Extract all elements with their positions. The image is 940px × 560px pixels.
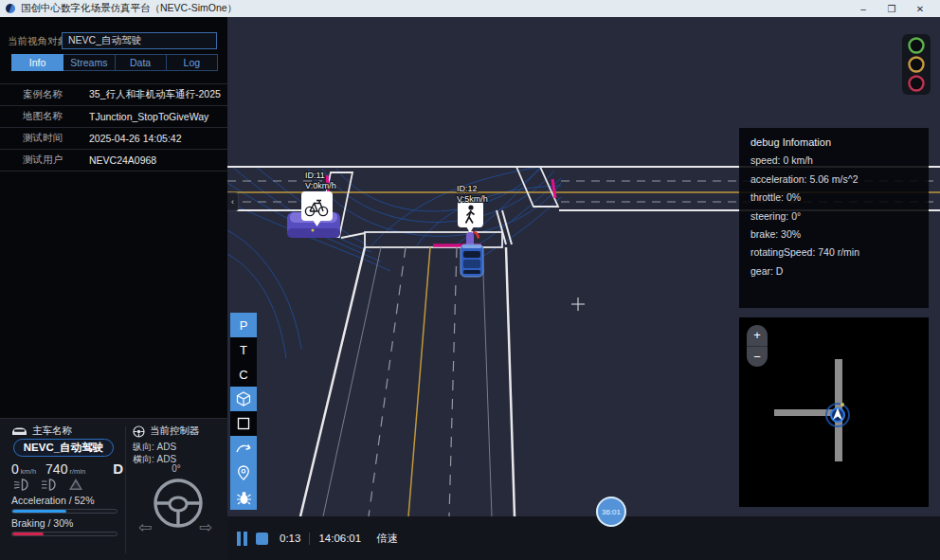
cube-icon: [235, 390, 252, 407]
titlebar: 国创中心数字化场景仿真平台（NEVC-SimOne） – ❐ ✕: [0, 0, 940, 17]
test-user-value: NEVC24A0968: [89, 154, 156, 166]
case-info-table: 案例名称 35_行人和非机动车通行-2025 地图名称 TJunction_St…: [0, 83, 227, 172]
table-row: 地图名称 TJunction_StopToGiveWay: [0, 106, 227, 128]
stop-button[interactable]: [256, 533, 268, 545]
steering-wheel-icon: [133, 425, 145, 438]
debug-steering: steering: 0°: [750, 210, 917, 222]
tab-info[interactable]: Info: [11, 54, 63, 71]
warning-triangle-icon: [68, 478, 83, 491]
time-badge[interactable]: 36:01: [596, 497, 626, 527]
minimap-canvas: [739, 317, 929, 507]
steering-wheel-large-icon: [152, 477, 205, 530]
rpm-unit: r/min: [69, 467, 85, 476]
steering-angle-value: 0°: [133, 463, 220, 474]
sidebar-tabs: Info Streams Data Log: [11, 54, 218, 71]
viewport-toolbar: P T C: [230, 313, 257, 510]
tool-c-button[interactable]: C: [230, 362, 257, 387]
debug-gear: gear: D: [750, 265, 917, 277]
view-target-label: 当前视角对象: [8, 35, 67, 48]
app-logo-icon: [6, 4, 15, 13]
vehicle-panel-title: 主车名称: [32, 425, 72, 438]
sidebar-collapse-button[interactable]: ‹: [227, 192, 239, 211]
debug-brake: brake: 30%: [750, 228, 917, 240]
table-row: 案例名称 35_行人和非机动车通行-2025: [0, 84, 227, 106]
braking-label: Braking / 30%: [11, 517, 73, 529]
high-beam-icon: [41, 479, 57, 491]
map-name-label: 地图名称: [23, 110, 89, 123]
ego-vehicle[interactable]: [461, 244, 483, 277]
elapsed-time: 0:13: [280, 533, 300, 544]
maximize-button[interactable]: ❐: [877, 4, 906, 14]
low-beam-icon: [13, 479, 29, 491]
main-stage: ID:11 V:0km/h ID:12 V:5km/h: [227, 17, 940, 560]
curve-icon: [235, 442, 252, 455]
tool-p-button[interactable]: P: [230, 313, 257, 337]
bug-icon: [236, 490, 252, 506]
case-name-label: 案例名称: [23, 88, 89, 101]
square-icon: [236, 416, 251, 431]
rpm-value: 740: [45, 461, 67, 477]
left-sidebar: 当前视角对象 Info Streams Data Log 案例名称 35_行人和…: [0, 17, 227, 560]
test-time-value: 2025-04-26 14:05:42: [89, 133, 182, 144]
minimap[interactable]: + −: [739, 317, 929, 507]
steer-right-arrow-icon: ⇨: [199, 517, 212, 537]
svg-text:V:0km/h: V:0km/h: [305, 181, 336, 190]
speed-unit: km/h: [21, 467, 36, 476]
test-user-label: 测试用户: [23, 154, 89, 167]
controller-panel-title: 当前控制器: [150, 425, 200, 438]
tool-cube-button[interactable]: [230, 387, 257, 411]
acceleration-bar: [11, 509, 118, 514]
svg-text:ID:12: ID:12: [457, 184, 478, 193]
debug-acceleration: acceleration: 5.06 m/s^2: [750, 173, 917, 185]
car-icon: [11, 425, 27, 437]
pause-button[interactable]: [237, 532, 247, 546]
yellow-light-icon: [910, 58, 924, 72]
case-name-value: 35_行人和非机动车通行-2025: [89, 88, 221, 101]
debug-throttle: throttle: 0%: [750, 191, 917, 203]
debug-panel-title: debug Infomation: [750, 136, 917, 148]
tab-streams[interactable]: Streams: [63, 54, 115, 71]
location-pin-icon: [236, 464, 251, 481]
speed-readout: 0 km/h 740 r/min D: [11, 461, 123, 477]
view-target-input[interactable]: [62, 32, 217, 49]
green-light-icon: [910, 39, 924, 53]
zoom-in-button[interactable]: +: [747, 325, 768, 346]
steer-left-arrow-icon: ⇦: [138, 517, 152, 537]
clock-time: 14:06:01: [318, 533, 361, 544]
playback-bar: 0:13 14:06:01 倍速: [227, 516, 940, 560]
debug-rotating-speed: rotatingSpeed: 740 r/min: [750, 246, 917, 258]
simulation-viewport[interactable]: ID:11 V:0km/h ID:12 V:5km/h: [227, 17, 940, 516]
tool-debug-button[interactable]: [230, 485, 257, 510]
longitudinal-controller: 纵向: ADS: [133, 441, 176, 454]
tool-square-button[interactable]: [230, 411, 257, 436]
table-row: 测试用户 NEVC24A0968: [0, 150, 227, 172]
red-light-icon: [910, 77, 924, 91]
tool-locate-button[interactable]: [230, 461, 257, 485]
zoom-out-button[interactable]: −: [747, 346, 768, 367]
minimap-zoom-controls: + −: [747, 325, 768, 367]
map-name-value: TJunction_StopToGiveWay: [89, 111, 208, 122]
minimize-button[interactable]: –: [849, 4, 877, 14]
traffic-light-indicator: [902, 34, 931, 95]
app-window: 国创中心数字化场景仿真平台（NEVC-SimOne） – ❐ ✕ 当前视角对象 …: [0, 0, 940, 560]
playback-rate-button[interactable]: 倍速: [376, 532, 398, 546]
debug-info-panel: debug Infomation speed: 0 km/h accelerat…: [739, 128, 929, 308]
vehicle-name-button[interactable]: NEVC_自动驾驶: [13, 439, 114, 457]
svg-text:V:5km/h: V:5km/h: [457, 194, 488, 204]
table-row: 测试时间 2025-04-26 14:05:42: [0, 128, 227, 150]
tool-t-button[interactable]: T: [230, 337, 257, 362]
time-divider: [309, 533, 310, 545]
close-button[interactable]: ✕: [906, 4, 934, 14]
test-time-label: 测试时间: [23, 132, 89, 145]
braking-bar: [11, 532, 118, 536]
tool-curve-button[interactable]: [230, 436, 257, 461]
speed-value: 0: [11, 461, 19, 477]
svg-text:ID:11: ID:11: [305, 171, 325, 180]
tab-log[interactable]: Log: [167, 54, 218, 71]
gear-indicator: D: [113, 461, 123, 477]
acceleration-label: Acceleration / 52%: [11, 495, 95, 506]
window-title: 国创中心数字化场景仿真平台（NEVC-SimOne）: [21, 2, 237, 15]
tab-data[interactable]: Data: [116, 54, 167, 71]
debug-speed: speed: 0 km/h: [750, 154, 917, 166]
ego-vehicle-panel: 主车名称 NEVC_自动驾驶 0 km/h 740 r/min D: [0, 418, 227, 560]
